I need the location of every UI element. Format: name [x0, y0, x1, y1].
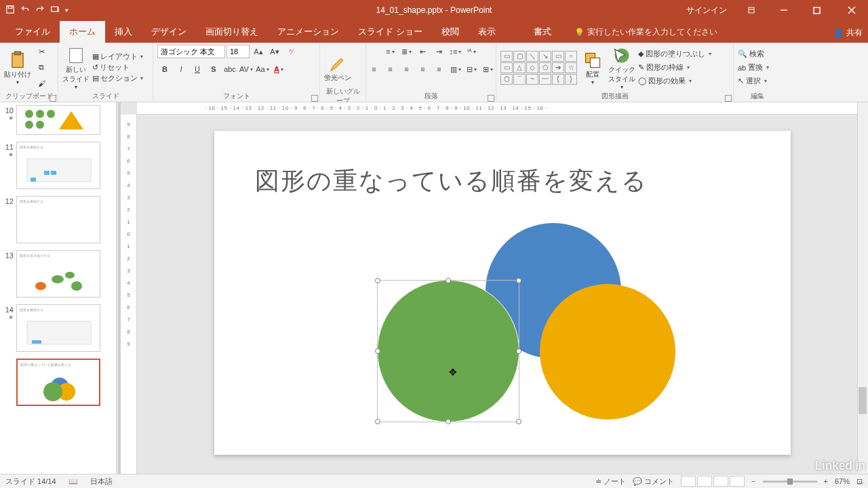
shape-outline-button[interactable]: ✎ 図形の枠線	[638, 61, 711, 75]
qat-more-icon[interactable]: ▾	[65, 7, 68, 14]
align-text-button[interactable]: ⊟	[465, 62, 479, 77]
format-painter-icon[interactable]: 🖌	[34, 76, 49, 91]
tab-review[interactable]: 校閲	[432, 21, 469, 43]
change-case-button[interactable]: Aa	[255, 62, 270, 77]
layout-button[interactable]: ▦ レイアウト	[92, 52, 143, 62]
thumbnail-row[interactable]: 11★ 図形を複製する	[1, 142, 113, 189]
increase-font-icon[interactable]: A▴	[251, 44, 266, 59]
vertical-scrollbar[interactable]	[857, 102, 868, 474]
tab-slideshow[interactable]: スライド ショー	[349, 21, 432, 43]
font-size-select[interactable]	[226, 45, 250, 58]
columns-button[interactable]: ▥	[448, 62, 463, 77]
tab-format[interactable]: 書式	[524, 21, 561, 43]
tab-insert[interactable]: 挿入	[105, 21, 142, 43]
quick-styles-button[interactable]: クイック スタイル▾	[608, 45, 635, 90]
shape-fill-button[interactable]: ◆ 図形の塗りつぶし	[638, 47, 711, 61]
paste-button[interactable]: 貼り付け▾	[4, 49, 31, 85]
zoom-in-button[interactable]: +	[824, 477, 828, 485]
resize-handle[interactable]	[516, 278, 521, 283]
slideshow-view-icon[interactable]	[730, 476, 745, 487]
resize-handle[interactable]	[516, 419, 521, 424]
align-right-icon[interactable]: ≡	[399, 62, 414, 77]
minimize-button[interactable]	[770, 0, 797, 20]
zoom-out-button[interactable]: −	[751, 477, 755, 485]
font-color-button[interactable]: A	[271, 62, 286, 77]
find-button[interactable]: 🔍 検索	[738, 47, 769, 61]
bullets-button[interactable]: ≡	[383, 44, 398, 59]
highlighter-button[interactable]: 蛍光ペン	[324, 53, 351, 83]
decrease-font-icon[interactable]: A▾	[267, 44, 282, 59]
justify-icon[interactable]: ≡	[416, 62, 431, 77]
slide-counter[interactable]: スライド 14/14	[5, 476, 56, 487]
bold-button[interactable]: B	[157, 62, 172, 77]
replace-button[interactable]: ab 置換	[738, 61, 769, 75]
comments-button[interactable]: 💬 コメント	[633, 476, 674, 487]
sorter-view-icon[interactable]	[697, 476, 712, 487]
resize-handle[interactable]	[446, 419, 451, 424]
slide-canvas[interactable]: 図形の重なっている順番を変える ✥	[214, 131, 791, 455]
cut-icon[interactable]: ✂	[34, 45, 49, 60]
tab-design[interactable]: デザイン	[142, 21, 196, 43]
dialog-launcher-icon[interactable]	[725, 95, 732, 102]
shape-effects-button[interactable]: ◯ 図形の効果	[638, 75, 711, 88]
underline-button[interactable]: U	[190, 62, 205, 77]
slide-thumbnails-pane[interactable]: 10★ 11★ 図形を複製する 12 図形を複製する 13 図形を拡大縮小する …	[0, 102, 117, 474]
selection-box[interactable]	[377, 280, 519, 422]
decrease-indent-icon[interactable]: ⇤	[416, 44, 431, 59]
align-left-icon[interactable]: ≡	[367, 62, 382, 77]
resize-handle[interactable]	[446, 278, 451, 283]
redo-icon[interactable]	[35, 5, 45, 16]
rotation-handle-icon[interactable]	[443, 259, 454, 272]
align-center-icon[interactable]: ≡	[383, 62, 398, 77]
zoom-slider[interactable]	[763, 481, 817, 483]
resize-handle[interactable]	[516, 348, 521, 354]
share-button[interactable]: 👤 共有	[833, 27, 863, 39]
language-indicator[interactable]: 日本語	[90, 476, 113, 487]
maximize-button[interactable]	[803, 0, 830, 20]
shapes-gallery[interactable]: ▭▢＼↘▭○ ▭△◇⬠➔☆ ⬡⌒~〰{}	[500, 51, 577, 85]
text-direction-button[interactable]: ᴵᴬ	[465, 44, 479, 59]
ribbon-options-icon[interactable]	[738, 0, 765, 20]
dialog-launcher-icon[interactable]	[311, 95, 318, 102]
thumbnail-row[interactable]: 10★	[1, 105, 113, 135]
reading-view-icon[interactable]	[713, 476, 728, 487]
tell-me-search[interactable]: 💡 実行したい作業を入力してください	[574, 26, 717, 43]
signin-button[interactable]: サインイン	[686, 5, 727, 16]
italic-button[interactable]: I	[174, 62, 189, 77]
start-from-beginning-icon[interactable]	[50, 5, 60, 16]
save-icon[interactable]	[5, 5, 15, 16]
shadow-button[interactable]: S	[206, 62, 221, 77]
strikethrough-button[interactable]: abc	[222, 62, 237, 77]
resize-handle[interactable]	[375, 278, 380, 283]
tab-transitions[interactable]: 画面切り替え	[196, 21, 268, 43]
resize-handle[interactable]	[375, 419, 380, 424]
tab-view[interactable]: 表示	[469, 21, 505, 43]
resize-handle[interactable]	[375, 348, 380, 354]
dialog-launcher-icon[interactable]	[50, 95, 56, 102]
smartart-button[interactable]: ⊞	[481, 62, 496, 77]
slide-title-text[interactable]: 図形の重なっている順番を変える	[255, 165, 648, 198]
thumbnail-row[interactable]: 図形の重なっている順番を変える	[1, 359, 113, 406]
font-family-select[interactable]	[157, 45, 225, 58]
tab-home[interactable]: ホーム	[60, 21, 105, 43]
notes-button[interactable]: ≐ ノート	[595, 476, 626, 487]
normal-view-icon[interactable]	[681, 476, 696, 487]
line-spacing-button[interactable]: ↕≡	[448, 44, 463, 59]
thumbnail-row[interactable]: 13 図形を拡大縮小する	[1, 250, 113, 298]
tab-animations[interactable]: アニメーション	[268, 21, 349, 43]
tab-file[interactable]: ファイル	[5, 21, 60, 43]
zoom-level[interactable]: 67%	[835, 477, 850, 485]
arrange-button[interactable]: 配置▾	[580, 49, 606, 85]
numbering-button[interactable]: ≣	[399, 44, 414, 59]
new-slide-button[interactable]: 新しい スライド▾	[62, 45, 90, 90]
distributed-icon[interactable]: ≡	[432, 62, 447, 77]
dialog-launcher-icon[interactable]	[488, 95, 494, 102]
shape-yellow-circle[interactable]	[540, 284, 675, 420]
section-button[interactable]: ▤ セクション	[92, 73, 143, 83]
close-button[interactable]	[835, 0, 868, 20]
undo-icon[interactable]	[20, 5, 30, 16]
thumbnail-row[interactable]: 14★ 図形を複製する	[1, 304, 113, 352]
thumbnail-row[interactable]: 12 図形を複製する	[1, 196, 113, 243]
spellcheck-icon[interactable]: 📖	[68, 477, 78, 486]
increase-indent-icon[interactable]: ⇥	[432, 44, 447, 59]
